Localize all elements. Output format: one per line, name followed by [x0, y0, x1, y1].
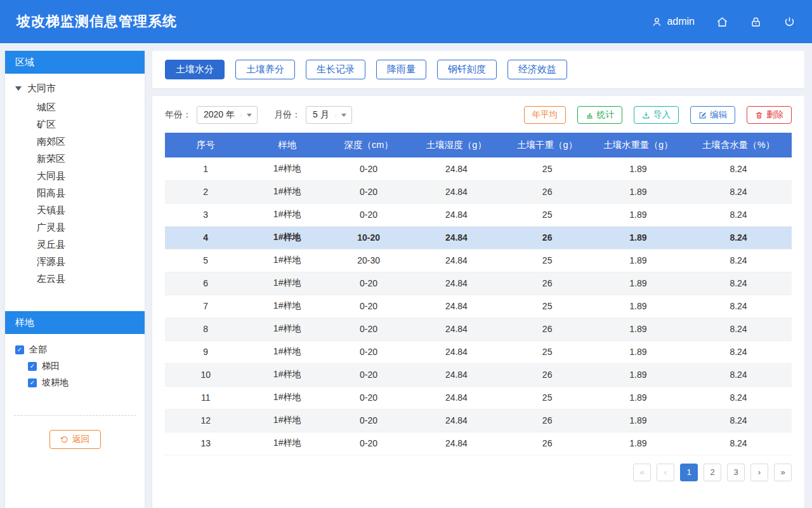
page-1-button[interactable]: 1	[680, 464, 698, 481]
table-cell: 1.89	[591, 180, 685, 203]
table-cell: 8	[165, 318, 246, 340]
action-label: 年平均	[532, 109, 558, 121]
content-card: 年份： 2020 年 月份： 5 月 年平均统计导入编辑删除 序号样地深度（cm…	[152, 96, 804, 508]
tab-economic-benefit[interactable]: 经济效益	[508, 60, 567, 79]
table-cell: 26	[504, 226, 591, 249]
sidebar-item-district[interactable]: 矿区	[5, 116, 145, 133]
table-row[interactable]: 131#样地0-2024.84261.898.24	[165, 432, 792, 455]
tree-node-city[interactable]: 大同市	[5, 74, 145, 98]
year-label: 年份：	[165, 109, 192, 121]
table-row[interactable]: 11#样地0-2024.84251.898.24	[165, 157, 792, 180]
yearly-average-button[interactable]: 年平均	[524, 106, 566, 124]
sidebar: 区域 大同市 城区矿区南郊区新荣区大同县阳高县天镇县广灵县灵丘县浑源县左云县 样…	[5, 51, 145, 508]
plot-filter-item[interactable]: ✓全部	[5, 342, 145, 358]
table-cell: 1#样地	[246, 203, 327, 226]
table-head: 序号样地深度（cm）土壤湿度（g）土壤干重（g）土壤水重量（g）土壤含水量（%）	[165, 133, 792, 157]
table-cell: 0-20	[328, 203, 409, 226]
user-menu[interactable]: admin	[652, 16, 695, 27]
last-page-button[interactable]: »	[774, 464, 792, 481]
year-select[interactable]: 2020 年	[197, 106, 258, 124]
table-cell: 8.24	[685, 318, 792, 340]
checkbox-icon[interactable]: ✓	[15, 345, 24, 354]
header-actions: admin	[652, 16, 796, 28]
sidebar-item-district[interactable]: 左云县	[5, 270, 145, 287]
pagination: «‹123›»	[165, 464, 792, 481]
table-cell: 20-30	[328, 249, 409, 272]
month-label: 月份：	[274, 109, 301, 121]
plot-filter-item[interactable]: ✓梯田	[5, 358, 145, 375]
sidebar-item-district[interactable]: 灵丘县	[5, 236, 145, 253]
first-page-button: «	[633, 464, 651, 481]
power-logout-icon[interactable]	[783, 16, 796, 28]
month-select[interactable]: 5 月	[306, 106, 352, 124]
table-cell: 8.24	[685, 157, 792, 180]
table-cell: 1.89	[591, 272, 685, 295]
table-cell: 24.84	[409, 363, 503, 386]
table-cell: 1.89	[591, 432, 685, 455]
table-cell: 24.84	[409, 432, 503, 455]
sidebar-item-district[interactable]: 广灵县	[5, 218, 145, 236]
table-cell: 1#样地	[246, 295, 327, 318]
checkbox-icon[interactable]: ✓	[28, 362, 37, 371]
tab-growth-records[interactable]: 生长记录	[306, 60, 365, 79]
statistics-button[interactable]: 统计	[577, 106, 622, 124]
sidebar-item-district[interactable]: 城区	[5, 98, 145, 116]
table-row[interactable]: 71#样地0-2024.84251.898.24	[165, 295, 792, 318]
table-row[interactable]: 91#样地0-2024.84251.898.24	[165, 340, 792, 363]
table-cell: 11	[165, 386, 246, 409]
page-3-button[interactable]: 3	[727, 464, 745, 481]
table-cell: 1.89	[591, 226, 685, 249]
action-label: 导入	[653, 109, 671, 121]
table-row[interactable]: 101#样地0-2024.84261.898.24	[165, 363, 792, 386]
table-row[interactable]: 61#样地0-2024.84261.898.24	[165, 272, 792, 295]
password-lock-icon[interactable]	[750, 16, 762, 28]
delete-button[interactable]: 删除	[747, 106, 792, 124]
tab-soil-nutrients[interactable]: 土壤养分	[235, 60, 295, 79]
table-cell: 26	[504, 272, 591, 295]
table-cell: 25	[504, 340, 591, 363]
table-cell: 1#样地	[246, 249, 327, 272]
next-page-button[interactable]: ›	[750, 464, 768, 481]
table-row[interactable]: 51#样地20-3024.84251.898.24	[165, 249, 792, 272]
table-row[interactable]: 21#样地0-2024.84261.898.24	[165, 180, 792, 203]
checkbox-icon[interactable]: ✓	[28, 378, 37, 387]
table-row[interactable]: 111#样地0-2024.84251.898.24	[165, 386, 792, 409]
table-cell: 10-20	[328, 226, 409, 249]
table-cell: 8.24	[685, 363, 792, 386]
table-cell: 25	[504, 249, 591, 272]
home-icon[interactable]	[716, 16, 728, 28]
chart-icon	[586, 111, 594, 119]
column-header: 土壤干重（g）	[504, 133, 591, 157]
sidebar-item-district[interactable]: 新荣区	[5, 150, 145, 167]
sidebar-item-district[interactable]: 阳高县	[5, 184, 145, 201]
page-2-button[interactable]: 2	[704, 464, 721, 481]
table-cell: 8.24	[685, 295, 792, 318]
sidebar-item-district[interactable]: 浑源县	[5, 253, 145, 270]
tab-soil-moisture[interactable]: 土壤水分	[165, 60, 225, 79]
table-cell: 26	[504, 180, 591, 203]
tab-rainfall[interactable]: 降雨量	[376, 60, 426, 79]
table-cell: 8.24	[685, 409, 792, 432]
tab-steel-pin-scale[interactable]: 钢钎刻度	[437, 60, 497, 79]
back-button[interactable]: 返回	[49, 430, 101, 449]
app-title: 坡改梯监测信息管理系统	[16, 12, 177, 31]
table-row[interactable]: 121#样地0-2024.84261.898.24	[165, 409, 792, 432]
table-cell: 1#样地	[246, 272, 327, 295]
sidebar-item-district[interactable]: 天镇县	[5, 201, 145, 218]
edit-icon	[698, 111, 707, 119]
table-row[interactable]: 41#样地10-2024.84261.898.24	[165, 226, 792, 249]
action-buttons: 年平均统计导入编辑删除	[524, 106, 792, 124]
import-button[interactable]: 导入	[634, 106, 679, 124]
filter-row: 年份： 2020 年 月份： 5 月 年平均统计导入编辑删除	[165, 106, 792, 124]
sidebar-item-district[interactable]: 南郊区	[5, 133, 145, 150]
return-icon	[60, 436, 69, 444]
table-row[interactable]: 81#样地0-2024.84261.898.24	[165, 318, 792, 340]
region-section-header: 区域	[5, 51, 145, 74]
table-body: 11#样地0-2024.84251.898.2421#样地0-2024.8426…	[165, 157, 792, 455]
table-row[interactable]: 31#样地0-2024.84251.898.24	[165, 203, 792, 226]
sidebar-item-district[interactable]: 大同县	[5, 167, 145, 184]
edit-button[interactable]: 编辑	[690, 106, 735, 124]
plot-filter-label: 梯田	[42, 361, 60, 372]
plot-filter-item[interactable]: ✓坡耕地	[5, 375, 145, 391]
column-header: 样地	[246, 133, 327, 157]
